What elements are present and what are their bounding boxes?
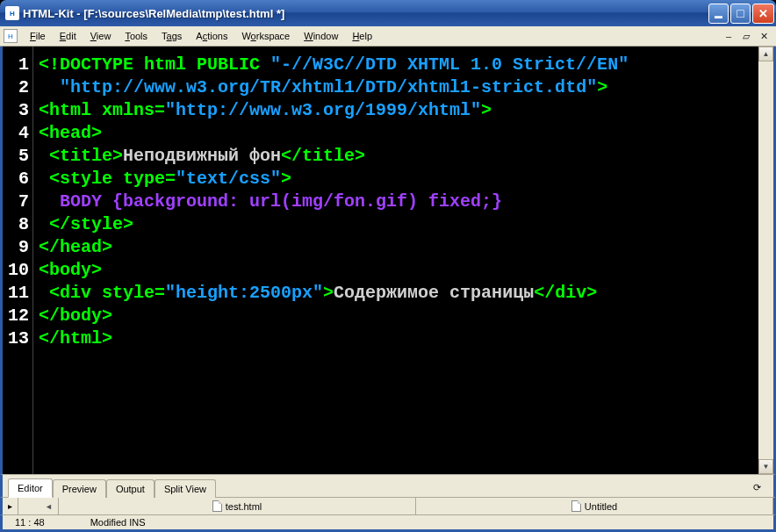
doc-icon[interactable]: H: [4, 29, 18, 43]
tab-preview[interactable]: Preview: [53, 479, 106, 498]
window-title: HTML-Kit - [F:\sources\RelMedia\tmp\test…: [23, 7, 708, 20]
line-number: 7: [8, 191, 29, 213]
line-number: 8: [8, 213, 29, 236]
menu-help[interactable]: Help: [345, 28, 379, 44]
file-icon: [212, 500, 222, 512]
maximize-button[interactable]: [730, 4, 751, 24]
line-number: 4: [8, 122, 29, 145]
menu-view[interactable]: View: [83, 28, 119, 44]
line-number: 11: [8, 282, 29, 305]
line-number: 5: [8, 145, 29, 168]
document-tab-1[interactable]: test.html: [59, 498, 416, 514]
line-number: 2: [8, 76, 29, 99]
menu-window[interactable]: Window: [297, 28, 345, 44]
line-gutter: 1 2 3 4 5 6 7 8 9 10 11 12 13: [3, 47, 33, 474]
menu-file[interactable]: File: [23, 28, 53, 44]
app-window: H HTML-Kit - [F:\sources\RelMedia\tmp\te…: [0, 0, 776, 532]
menu-tags[interactable]: Tags: [154, 28, 189, 44]
tab-splitview[interactable]: Split View: [154, 479, 216, 498]
docs-scroll-left[interactable]: ◄: [18, 498, 59, 514]
menu-workspace[interactable]: Workspace: [234, 28, 297, 44]
document-tabs: ▸ ◄ test.html Untitled: [0, 497, 776, 514]
menu-tools[interactable]: Tools: [118, 28, 154, 44]
mdi-close-button[interactable]: ✕: [756, 28, 772, 44]
tab-output[interactable]: Output: [106, 479, 154, 498]
menubar: H File Edit View Tools Tags Actions Work…: [0, 26, 776, 47]
line-number: 13: [8, 327, 29, 350]
editor-state: Modified INS: [85, 517, 151, 528]
view-tabs: Editor Preview Output Split View ⟳: [0, 474, 776, 497]
docs-list-icon[interactable]: ▸: [3, 498, 18, 514]
cursor-position: 11 : 48: [10, 517, 50, 528]
scroll-up-button[interactable]: ▲: [758, 47, 773, 61]
document-tab-label: Untitled: [585, 501, 617, 512]
line-number: 1: [8, 54, 29, 76]
scroll-down-button[interactable]: ▼: [758, 459, 773, 474]
editor-area: 1 2 3 4 5 6 7 8 9 10 11 12 13 <!DOCTYPE …: [0, 47, 776, 474]
window-controls: [708, 4, 774, 24]
line-number: 9: [8, 236, 29, 259]
menu-actions[interactable]: Actions: [189, 28, 234, 44]
close-button[interactable]: [752, 4, 774, 24]
mdi-minimize-button[interactable]: –: [721, 28, 736, 44]
vertical-scrollbar[interactable]: ▲ ▼: [758, 47, 773, 474]
titlebar[interactable]: H HTML-Kit - [F:\sources\RelMedia\tmp\te…: [0, 0, 776, 26]
app-icon: H: [5, 6, 19, 20]
document-tab-2[interactable]: Untitled: [416, 498, 773, 514]
document-tab-label: test.html: [226, 501, 262, 512]
line-number: 10: [8, 259, 29, 282]
tab-editor[interactable]: Editor: [8, 478, 53, 498]
file-icon: [571, 500, 581, 512]
mdi-restore-button[interactable]: ▱: [738, 28, 754, 44]
scroll-track[interactable]: [758, 61, 773, 459]
code-editor[interactable]: <!DOCTYPE html PUBLIC "-//W3C//DTD XHTML…: [33, 47, 758, 474]
refresh-icon[interactable]: ⟳: [751, 481, 763, 493]
menu-edit[interactable]: Edit: [53, 28, 83, 44]
line-number: 6: [8, 168, 29, 191]
minimize-button[interactable]: [708, 4, 729, 24]
statusbar: 11 : 48 Modified INS: [0, 514, 776, 532]
line-number: 3: [8, 99, 29, 122]
line-number: 12: [8, 305, 29, 327]
